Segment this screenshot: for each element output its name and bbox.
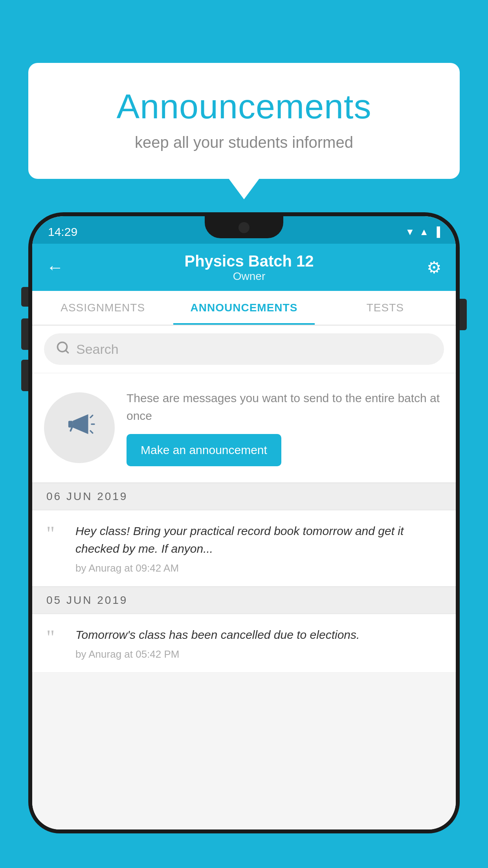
app-bar: ← Physics Batch 12 Owner ⚙ <box>32 244 456 291</box>
svg-line-5 <box>90 430 93 433</box>
quote-icon-2: " <box>46 627 66 648</box>
front-camera <box>238 222 250 233</box>
power-button <box>21 287 28 307</box>
tab-announcements[interactable]: ANNOUNCEMENTS <box>173 291 314 325</box>
settings-icon[interactable]: ⚙ <box>427 258 442 277</box>
battery-icon: ▐ <box>433 226 440 237</box>
speech-bubble-title: Announcements <box>60 86 428 127</box>
search-bar[interactable]: Search <box>44 333 444 365</box>
back-button[interactable]: ← <box>46 257 64 277</box>
announcement-content-1: Hey class! Bring your practical record b… <box>75 522 442 574</box>
promo-description: These are messages you want to send to t… <box>127 389 444 425</box>
phone-outer: 14:29 ▼ ▲ ▐ ← Physics Batch 12 Owner ⚙ <box>28 212 460 833</box>
phone-notch <box>205 216 283 238</box>
make-announcement-button[interactable]: Make an announcement <box>127 434 281 466</box>
search-placeholder: Search <box>76 342 119 357</box>
announcement-content-2: Tomorrow's class has been cancelled due … <box>75 626 442 660</box>
speech-bubble: Announcements keep all your students inf… <box>28 63 460 179</box>
svg-line-3 <box>90 415 93 417</box>
status-time: 14:29 <box>48 225 77 239</box>
announcement-item-2[interactable]: " Tomorrow's class has been cancelled du… <box>32 614 456 673</box>
tabs-container: ASSIGNMENTS ANNOUNCEMENTS TESTS <box>32 291 456 326</box>
date-separator-1: 06 JUN 2019 <box>32 483 456 510</box>
svg-line-1 <box>66 350 68 353</box>
announcement-item-1[interactable]: " Hey class! Bring your practical record… <box>32 510 456 587</box>
announcement-text-2: Tomorrow's class has been cancelled due … <box>75 626 442 644</box>
tab-assignments[interactable]: ASSIGNMENTS <box>32 291 173 325</box>
megaphone-icon <box>62 406 97 449</box>
promo-content: These are messages you want to send to t… <box>127 389 444 466</box>
search-bar-container: Search <box>32 326 456 373</box>
content-area: Search <box>32 326 456 829</box>
volume-up-button <box>21 318 28 350</box>
search-icon <box>56 340 70 358</box>
promo-card: These are messages you want to send to t… <box>32 373 456 482</box>
wifi-icon: ▼ <box>405 226 415 237</box>
announcement-text-1: Hey class! Bring your practical record b… <box>75 522 442 557</box>
quote-icon-1: " <box>46 524 66 544</box>
status-icons: ▼ ▲ ▐ <box>405 226 440 237</box>
announcement-meta-2: by Anurag at 05:42 PM <box>75 648 442 660</box>
batch-title: Physics Batch 12 <box>72 252 427 270</box>
date-separator-2: 05 JUN 2019 <box>32 587 456 614</box>
speech-bubble-container: Announcements keep all your students inf… <box>28 63 460 179</box>
tab-tests[interactable]: TESTS <box>315 291 456 325</box>
phone-screen: 14:29 ▼ ▲ ▐ ← Physics Batch 12 Owner ⚙ <box>32 216 456 829</box>
volume-down-button <box>21 360 28 391</box>
phone-container: 14:29 ▼ ▲ ▐ ← Physics Batch 12 Owner ⚙ <box>28 212 460 868</box>
app-bar-title-section: Physics Batch 12 Owner <box>72 252 427 283</box>
speech-bubble-subtitle: keep all your students informed <box>60 134 428 151</box>
promo-icon-circle <box>44 392 115 463</box>
batch-role: Owner <box>72 270 427 283</box>
volume-button-right <box>460 299 467 330</box>
signal-icon: ▲ <box>419 226 429 237</box>
announcement-meta-1: by Anurag at 09:42 AM <box>75 562 442 574</box>
